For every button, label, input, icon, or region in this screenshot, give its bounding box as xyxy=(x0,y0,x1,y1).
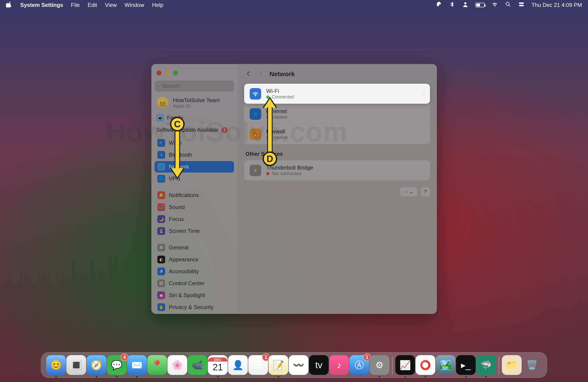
globe-icon: 🌐 xyxy=(157,163,165,171)
leaf-icon[interactable] xyxy=(436,1,442,9)
sidebar-item-sound[interactable]: 🔊Sound xyxy=(155,201,234,213)
forward-button[interactable] xyxy=(257,71,263,77)
gear-icon: ⚙ xyxy=(157,244,165,251)
sidebar-item-control-center[interactable]: ⚂Control Center xyxy=(155,278,234,289)
dock-preview-stack[interactable]: 🏞️ xyxy=(436,355,456,375)
dock-appstore[interactable]: Ⓐ1 xyxy=(349,355,369,375)
menubar: System Settings File Edit View Window He… xyxy=(0,0,588,10)
dock-trash[interactable]: 🗑️ xyxy=(522,355,542,375)
dock-terminal[interactable]: ▸_ xyxy=(456,355,476,375)
bluetooth-icon[interactable] xyxy=(449,1,455,9)
dock-separator xyxy=(392,356,393,374)
chevron-right-icon: › xyxy=(423,168,424,172)
dock-maps[interactable]: 📍 xyxy=(147,355,167,375)
row-status: Inactive xyxy=(272,115,288,120)
dock-chrome[interactable]: ⭕ xyxy=(416,355,435,375)
sidebar-item-vpn[interactable]: 🌐VPN xyxy=(155,173,234,185)
app-name[interactable]: System Settings xyxy=(20,2,63,8)
sidebar-item-privacy-security[interactable]: ✋Privacy & Security xyxy=(155,302,234,313)
dock-contacts[interactable]: 👤 xyxy=(228,355,248,375)
sidebar-item-screen-time[interactable]: ⏳Screen Time xyxy=(155,225,234,237)
status-dot-icon xyxy=(266,172,270,175)
question-icon: ? xyxy=(424,189,427,195)
sidebar-item-notifications[interactable]: 🔔Notifications xyxy=(155,190,234,201)
hourglass-icon: ⏳ xyxy=(157,227,165,235)
dock-surfshark[interactable]: 🦈 xyxy=(476,355,496,375)
row-title: Thunderbolt Bridge xyxy=(266,165,418,171)
sidebar-item-focus[interactable]: 🌙Focus xyxy=(155,213,234,225)
chevron-right-icon: › xyxy=(423,92,424,96)
calendar-day: 21 xyxy=(213,362,223,373)
apple-menu[interactable] xyxy=(6,1,12,9)
menu-view[interactable]: View xyxy=(105,2,117,8)
menu-file[interactable]: File xyxy=(71,2,80,8)
dock-freeform[interactable]: 〰️ xyxy=(289,355,309,375)
sidebar-item-label: Accessibility xyxy=(169,268,199,275)
battery-icon[interactable] xyxy=(475,3,485,7)
dock-facetime[interactable]: 📹 xyxy=(188,355,208,375)
page-title: Network xyxy=(270,70,295,78)
wifi-icon xyxy=(250,88,261,100)
accessibility-icon: ♿ xyxy=(157,267,165,275)
sidebar-item-family[interactable]: 👪 Family xyxy=(155,112,234,126)
apple-id-account[interactable]: 👷 HowToiSolve Team Apple ID xyxy=(155,92,234,112)
wifi-icon[interactable] xyxy=(492,1,498,9)
sidebar-item-siri-spotlight[interactable]: ◉Siri & Spotlight xyxy=(155,289,234,301)
close-button[interactable] xyxy=(156,70,162,76)
row-status: Not connected xyxy=(272,171,301,176)
dock-mail[interactable]: ✉️ xyxy=(127,355,147,375)
back-button[interactable] xyxy=(246,71,252,77)
sidebar-item-network[interactable]: 🌐Network xyxy=(155,161,234,172)
menu-help[interactable]: Help xyxy=(152,2,163,8)
dock-system-settings[interactable]: ⚙ xyxy=(370,355,389,375)
search-icon[interactable] xyxy=(505,1,511,9)
more-options-button[interactable]: ··· ⌄ xyxy=(400,187,417,196)
search-field[interactable] xyxy=(155,80,234,92)
desktop: HowToiSolve.com System Settings File Edi… xyxy=(0,0,588,382)
account-name: HowToiSolve Team xyxy=(173,97,220,103)
row-title: Wi-Fi xyxy=(266,88,418,94)
sidebar-item-label: Appearance xyxy=(169,256,198,263)
dock-activity-monitor[interactable]: 📈 xyxy=(395,355,415,375)
software-update-row[interactable]: Software Update Available 1 xyxy=(155,126,234,137)
dock-launchpad[interactable]: 🔳 xyxy=(66,355,86,375)
sidebar-item-wifi[interactable]: ᯤWi-Fi xyxy=(155,137,234,149)
svg-point-4 xyxy=(158,85,159,87)
control-center-icon[interactable] xyxy=(518,1,525,9)
switches-icon: ⚂ xyxy=(157,279,165,287)
dock-calendar[interactable]: DEC21 xyxy=(208,355,228,375)
sidebar-item-accessibility[interactable]: ♿Accessibility xyxy=(155,266,234,277)
appearance-icon: ◐ xyxy=(157,256,165,263)
dock-tv[interactable]: tv xyxy=(309,355,329,375)
globe-icon: 🌐 xyxy=(250,108,261,120)
siri-icon: ◉ xyxy=(157,291,165,299)
chevron-right-icon: › xyxy=(423,112,424,116)
sidebar-item-bluetooth[interactable]: ᚼBluetooth xyxy=(155,149,234,161)
help-button[interactable]: ? xyxy=(421,187,430,196)
dock-finder[interactable]: 😊 xyxy=(46,355,66,375)
maximize-button[interactable] xyxy=(173,70,178,76)
menu-edit[interactable]: Edit xyxy=(87,2,97,8)
search-input[interactable] xyxy=(162,83,231,89)
dock-messages[interactable]: 💬4 xyxy=(107,355,126,375)
software-update-label: Software Update Available xyxy=(156,127,218,133)
dock-reminders[interactable]: ☰1 xyxy=(248,355,268,375)
dock-notes[interactable]: 📝 xyxy=(269,355,288,375)
dock: 😊 🔳 🧭 💬4 ✉️ 📍 🌸 📹 DEC21 👤 ☰1 📝 〰️ tv ♪ Ⓐ… xyxy=(41,352,547,378)
clock[interactable]: Thu Dec 21 4:09 PM xyxy=(531,2,582,8)
window-controls xyxy=(155,68,234,80)
user-icon[interactable] xyxy=(462,1,469,9)
ellipsis-icon: ··· ⌄ xyxy=(404,189,413,195)
menu-window[interactable]: Window xyxy=(125,2,144,8)
family-icon: 👪 xyxy=(156,114,164,121)
sidebar-item-general[interactable]: ⚙General xyxy=(155,242,234,253)
dock-safari[interactable]: 🧭 xyxy=(86,355,106,375)
dock-photos[interactable]: 🌸 xyxy=(168,355,187,375)
dock-music[interactable]: ♪ xyxy=(329,355,349,375)
moon-icon: 🌙 xyxy=(157,215,165,223)
minimize-button[interactable] xyxy=(165,70,170,76)
dock-downloads[interactable]: 📁 xyxy=(502,355,522,375)
sidebar-item-appearance[interactable]: ◐Appearance xyxy=(155,254,234,265)
sidebar-item-label: Notifications xyxy=(169,192,199,198)
svg-point-1 xyxy=(506,2,509,5)
